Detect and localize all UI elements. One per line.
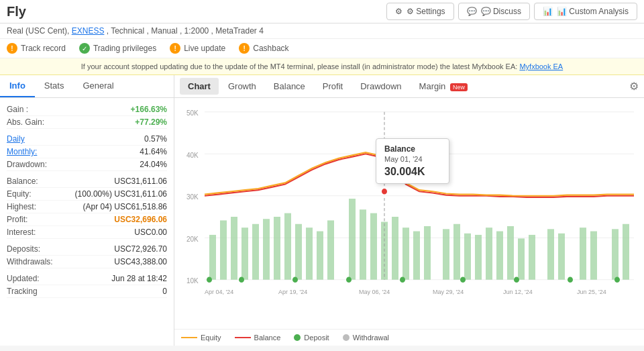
deposit-dot-icon [294, 334, 301, 341]
deposits-label: Deposits: [7, 244, 40, 254]
svg-text:Jun 25, '24: Jun 25, '24 [577, 289, 606, 295]
withdrawals-label: Withdrawals: [7, 257, 53, 266]
svg-rect-13 [231, 217, 237, 280]
tooltip-value: 30.004K [384, 166, 441, 178]
new-badge: New [450, 83, 468, 91]
deposits-value: USC72,926.70 [114, 244, 167, 254]
svg-point-48 [292, 277, 298, 283]
svg-rect-17 [274, 217, 280, 280]
updated-label: Updated: [7, 274, 40, 283]
settings-button[interactable]: ⚙ ⚙ Settings [386, 3, 454, 20]
legend-balance: Balance [235, 334, 281, 342]
main-content: Info Stats General Gain : +166.63% Abs. … [0, 75, 644, 346]
track-record-icon: ! [7, 43, 17, 54]
withdrawal-dot-icon [343, 334, 350, 341]
live-update-icon: ! [170, 43, 180, 54]
gain-row: Gain : +166.63% [7, 103, 167, 116]
svg-rect-12 [220, 220, 227, 279]
svg-rect-36 [496, 232, 503, 280]
profit-row: Profit: USC32,696.06 [7, 213, 167, 226]
deposits-row: Deposits: USC72,926.70 [7, 243, 167, 256]
monthly-label[interactable]: Monthly: [7, 147, 37, 156]
exness-link[interactable]: EXNESS [72, 26, 105, 36]
svg-rect-40 [547, 229, 554, 279]
balance-label: Balance [254, 334, 281, 342]
withdrawals-row: Withdrawals: USC43,388.00 [7, 256, 167, 268]
updated-row: Updated: Jun 28 at 18:42 [7, 272, 167, 285]
equity-line-icon [181, 337, 197, 338]
tab-general[interactable]: General [73, 75, 123, 97]
chart-tab-balance[interactable]: Balance [266, 78, 313, 95]
custom-analysis-button[interactable]: 📊 📊 Custom Analysis [534, 3, 637, 20]
svg-rect-27 [392, 217, 398, 280]
svg-rect-19 [295, 224, 302, 280]
svg-point-49 [346, 277, 352, 283]
monthly-row: Monthly: 41.64% [7, 146, 167, 158]
chart-tab-margin[interactable]: Margin New [411, 78, 476, 95]
equity-row: Equity: (100.00%) USC31,611.06 [7, 188, 167, 201]
svg-rect-15 [252, 224, 259, 280]
gain-value: +166.63% [131, 105, 167, 114]
svg-rect-25 [370, 213, 377, 280]
interest-row: Interest: USC0.00 [7, 226, 167, 239]
discuss-icon: 💬 [467, 7, 477, 16]
svg-rect-35 [486, 228, 492, 280]
svg-point-51 [460, 277, 466, 283]
svg-rect-37 [507, 226, 514, 280]
svg-rect-33 [464, 234, 471, 280]
equity-label: Equity: [7, 189, 32, 199]
svg-point-56 [381, 188, 388, 195]
legend-equity: Equity [181, 334, 221, 342]
live-update-status: ! Live update [170, 43, 225, 54]
svg-text:May 06, '24: May 06, '24 [359, 289, 390, 295]
chart-tab-drawdown[interactable]: Drawdown [352, 78, 409, 95]
svg-point-46 [207, 277, 212, 283]
svg-text:Apr 04, '24: Apr 04, '24 [205, 289, 233, 295]
svg-rect-31 [443, 229, 449, 279]
svg-rect-24 [360, 209, 366, 280]
svg-rect-41 [558, 234, 565, 280]
myfxbook-ea-link[interactable]: Myfxbook EA [519, 62, 563, 70]
equity-value: (100.00%) USC31,611.06 [75, 189, 167, 199]
svg-point-47 [239, 277, 244, 283]
page-title: Fly [7, 4, 26, 19]
svg-rect-34 [475, 235, 482, 280]
svg-point-54 [614, 277, 620, 283]
chart-tabs: Chart Growth Balance Profit Drawdown Mar… [174, 75, 644, 98]
profit-value: USC32,696.06 [114, 215, 167, 224]
gain-label: Gain : [7, 105, 28, 114]
chart-legend: Equity Balance Deposit Withdrawal [174, 329, 644, 346]
tab-stats[interactable]: Stats [35, 75, 74, 97]
svg-rect-43 [590, 232, 597, 280]
daily-label[interactable]: Daily [7, 134, 25, 144]
chart-tab-growth[interactable]: Growth [220, 78, 264, 95]
y-label-50k: 50K [186, 109, 199, 117]
abs-gain-value: +77.29% [135, 117, 167, 127]
right-panel: Chart Growth Balance Profit Drawdown Mar… [174, 75, 644, 346]
svg-text:Jun 12, '24: Jun 12, '24 [503, 289, 533, 295]
balance-value: USC31,611.06 [114, 177, 167, 186]
chart-tooltip: Balance May 01, '24 30.004K [376, 138, 449, 184]
chart-area: 50K 40K 30K 20K 10K Apr 04, '24 Apr 19, … [174, 98, 644, 329]
left-tabs: Info Stats General [0, 75, 174, 98]
chart-tab-chart[interactable]: Chart [180, 78, 219, 95]
cashback-label: Cashback [253, 44, 288, 53]
interest-value: USC0.00 [134, 228, 167, 237]
tab-info[interactable]: Info [0, 75, 35, 97]
settings-icon: ⚙ [395, 7, 402, 16]
info-content: Gain : +166.63% Abs. Gain: +77.29% Daily… [0, 98, 174, 346]
abs-gain-row: Abs. Gain: +77.29% [7, 116, 167, 129]
cashback-icon: ! [239, 43, 250, 54]
svg-rect-16 [263, 219, 270, 280]
monthly-value: 41.64% [140, 147, 167, 156]
interest-label: Interest: [7, 228, 36, 237]
chart-tab-profit[interactable]: Profit [315, 78, 351, 95]
svg-rect-11 [209, 235, 216, 280]
left-panel: Info Stats General Gain : +166.63% Abs. … [0, 75, 174, 346]
drawdown-value: 24.04% [140, 160, 167, 169]
daily-row: Daily 0.57% [7, 133, 167, 146]
svg-rect-14 [241, 228, 248, 280]
discuss-button[interactable]: 💬 💬 Discuss [458, 3, 530, 20]
svg-rect-32 [453, 224, 460, 280]
chart-settings-icon[interactable]: ⚙ [629, 80, 639, 93]
